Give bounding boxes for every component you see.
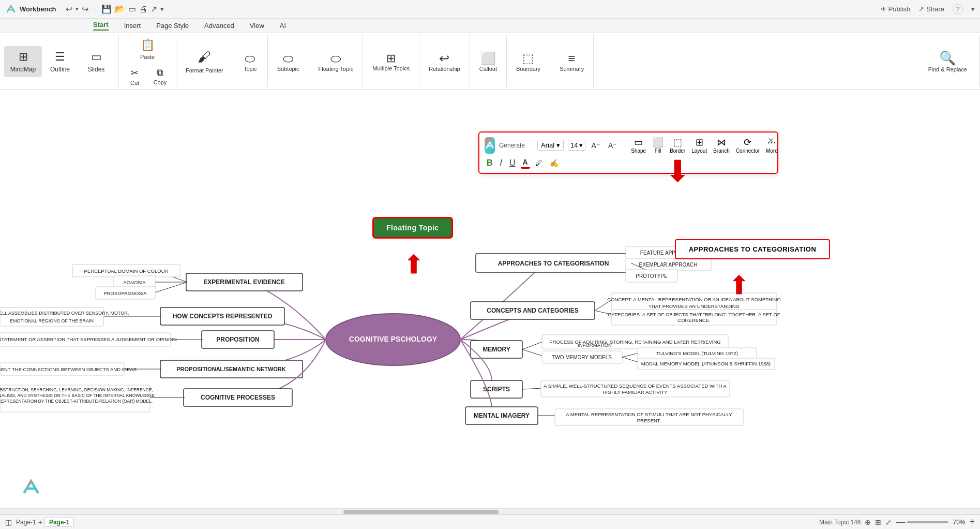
font-dropdown-icon: ▾ [556,141,560,149]
svg-line-59 [155,282,187,292]
copy-label: Copy [154,79,167,85]
canvas-area[interactable]: COGNITIVE PSCHOLOGY APPROACHES TO CATEGO… [0,90,980,508]
floating-topic-button[interactable]: ⬭ Floating Topic [313,48,359,75]
summary-button[interactable]: ≡ Summary [554,48,589,75]
svg-text:THAT PROVIDES AN UNDERSTANDING: THAT PROVIDES AN UNDERSTANDING [649,303,740,309]
topic-group: ⬭ Topic [233,35,268,87]
zoom-in-button[interactable]: + [969,517,975,527]
subtopic-button[interactable]: ⬭ Subtopic [272,48,305,75]
text-color-button[interactable]: A [521,157,530,169]
more-options-button[interactable]: ▾ [971,5,975,13]
font-select[interactable]: Arial ▾ [537,140,564,151]
svg-text:COGNITIVE PROCESSES: COGNITIVE PROCESSES [201,394,275,401]
undo-button[interactable]: ↩ [66,4,72,14]
statusbar: ◫ Page-1 + Page-1 Main Topic 146 ⊕ ⊞ ⤢ —… [0,515,980,529]
view-mode-button[interactable]: ⊞ [875,518,881,526]
callout-button[interactable]: ⬜ Callout [474,48,502,75]
svg-text:PROPOSITION: PROPOSITION [216,336,259,343]
shape-icon: ▭ [634,137,643,148]
menu-pagestyle[interactable]: Page Style [156,22,189,30]
menu-start[interactable]: Start [93,21,109,31]
svg-text:EXPERIMENTAL EVIDENCE: EXPERIMENTAL EVIDENCE [203,278,285,286]
svg-text:A MENTAL REPRESENTATION OF STI: A MENTAL REPRESENTATION OF STIMULI THAT … [566,412,732,417]
approaches-topic-node[interactable]: APPROACHES TO CATEGORISATION [675,239,830,259]
menu-view[interactable]: View [250,22,264,30]
outline-view-button[interactable]: ☰ Outline [42,46,78,77]
horizontal-scrollbar[interactable] [0,508,980,515]
text-effect-button[interactable]: ✍ [548,158,561,168]
font-size-select[interactable]: 14 ▾ [568,140,585,151]
topic-button[interactable]: ⬭ Topic [237,48,263,75]
zoom-out-button[interactable]: — [896,517,905,527]
copy-button[interactable]: ⧉ Copy [148,65,172,88]
fill-icon: ⬜ [652,137,664,148]
svg-text:TULVING'S MODEL (TULVING 1972): TULVING'S MODEL (TULVING 1972) [656,350,738,356]
svg-text:COGNITIVE PSCHOLOGY: COGNITIVE PSCHOLOGY [349,335,438,343]
underline-button[interactable]: U [507,157,518,169]
floating-topic-group: ⬭ Floating Topic [309,35,364,87]
menubar: Start Insert Page Style Advanced View AI [0,19,980,33]
menu-advanced[interactable]: Advanced [204,22,234,30]
svg-text:APPROACHES TO CATEGORISATION: APPROACHES TO CATEGORISATION [498,260,609,267]
connector-icon: ⟳ [744,137,751,148]
add-page-button[interactable]: + [38,518,42,526]
paste-button[interactable]: 📋 Paste [134,35,160,63]
titlebar: Workbench ↩ ▾ ↪ 💾 📂 ▭ 🖨 ↗ ▾ ✈ Publish ↗ … [0,0,980,19]
find-replace-button[interactable]: 🔍 Find & Replace [920,48,975,75]
format-toolbar-close-button[interactable]: ✕ [767,136,774,145]
format-painter-group: 🖌 Format Painter [176,35,233,87]
app-logo-icon [5,4,17,15]
subtopic-icon: ⬭ [283,51,294,66]
slides-view-button[interactable]: ▭ Slides [78,46,114,77]
zoom-level: 70% [951,519,967,526]
italic-button[interactable]: I [498,157,504,169]
print-button[interactable]: 🖨 [139,5,147,14]
font-increase-button[interactable]: A⁺ [590,140,602,151]
redo-button[interactable]: ↪ [82,4,88,14]
share-button[interactable]: ↗ Share [918,5,944,13]
publish-button[interactable]: ✈ Publish [881,5,911,13]
fill-button[interactable]: ⬜ Fill [652,137,664,154]
topic-label: Topic [244,66,257,72]
layout-button[interactable]: ⊞ Layout [691,137,707,154]
cut-button[interactable]: ✂ Cut [123,65,146,88]
fit-page-button[interactable]: ⊕ [865,518,871,526]
slides-icon: ▭ [91,50,102,64]
more-button[interactable]: ▾ [160,5,164,13]
branch-icon: ⋈ [717,137,726,148]
format-painter-button[interactable]: 🖌 Format Painter [180,46,229,77]
font-decrease-button[interactable]: A⁻ [606,140,619,151]
save-button[interactable]: 💾 [101,4,112,14]
page-tab[interactable]: Page-1 [44,518,74,527]
open-button[interactable]: 📂 [115,4,125,14]
relationship-button[interactable]: ↩ Relationship [424,48,465,75]
connector-button[interactable]: ⟳ Connector [736,137,760,154]
highlight-color-button[interactable]: 🖊 [533,158,545,168]
bold-button[interactable]: B [485,157,495,169]
panel-toggle-button[interactable]: ◫ [5,518,12,526]
menu-insert[interactable]: Insert [124,22,141,30]
floating-topic-text: Floating Topic [386,224,439,232]
template-button[interactable]: ▭ [128,4,136,14]
menu-ai[interactable]: AI [280,22,286,30]
branch-button[interactable]: ⋈ Branch [713,137,730,154]
copy-icon: ⧉ [157,67,163,78]
paste-label: Paste [140,54,155,60]
svg-text:ABSTRACTION, SEARCHING, LEARNI: ABSTRACTION, SEARCHING, LEARNING, DECISI… [0,387,153,392]
relationship-group: ↩ Relationship [419,35,470,87]
multiple-topics-button[interactable]: ⊞ Multiple Topics [367,49,415,75]
export-button[interactable]: ↗ [150,4,157,14]
boundary-button[interactable]: ⬚ Boundary [511,48,546,75]
outline-label: Outline [50,66,70,73]
zoom-slider[interactable] [907,521,948,523]
mindmap-view-button[interactable]: ⊞ MindMap [4,46,42,77]
find-replace-icon: 🔍 [939,50,956,66]
undo-dropdown-button[interactable]: ▾ [76,6,79,12]
border-button[interactable]: ⬚ Border [670,137,685,154]
help-button[interactable]: ? [953,4,963,14]
scrollbar-thumb[interactable] [343,510,499,514]
svg-text:AGNOSIA: AGNOSIA [123,280,146,285]
fullscreen-button[interactable]: ⤢ [885,518,892,526]
shape-button[interactable]: ▭ Shape [631,137,646,154]
floating-topic-node[interactable]: Floating Topic [372,217,453,239]
